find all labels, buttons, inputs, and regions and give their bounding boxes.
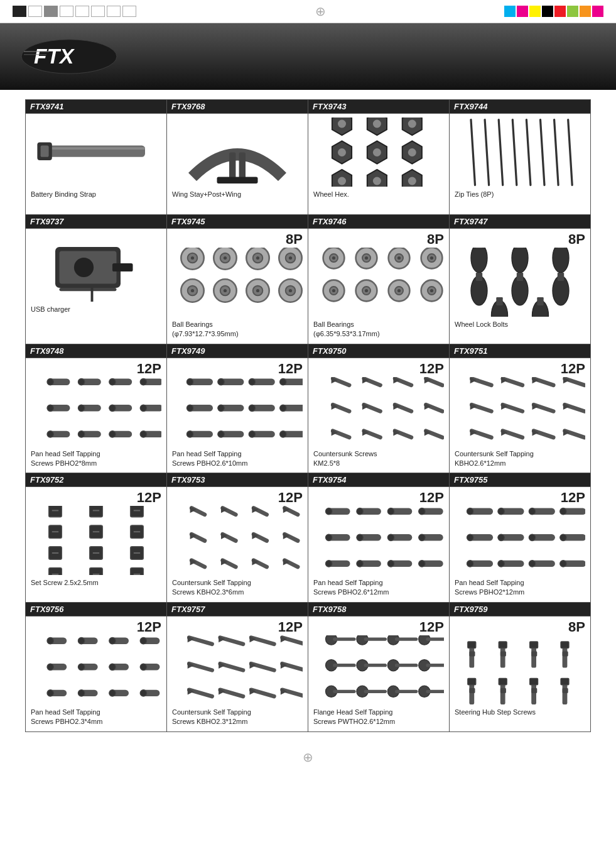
part-label-ftx9745: Ball Bearings(φ7.93*12.7*3.95mm) bbox=[172, 320, 303, 339]
svg-rect-388 bbox=[499, 678, 507, 684]
svg-rect-382 bbox=[561, 642, 569, 648]
svg-point-283 bbox=[560, 508, 566, 514]
svg-rect-107 bbox=[537, 297, 543, 305]
svg-point-131 bbox=[140, 431, 146, 437]
color-pink bbox=[592, 6, 603, 17]
svg-rect-8 bbox=[229, 152, 235, 181]
svg-line-35 bbox=[554, 119, 559, 185]
part-badge-ftx9755: 12P bbox=[455, 491, 585, 505]
part-badge-ftx9759: 8P bbox=[455, 620, 585, 634]
part-image-ftx9747 bbox=[455, 248, 585, 317]
part-label-ftx9758: Flange Head Self TappingScrews PWTHO2.6*… bbox=[313, 708, 444, 726]
svg-point-133 bbox=[186, 379, 193, 385]
part-image-ftx9759 bbox=[455, 635, 585, 704]
part-label-ftx9759: Steering Hub Step Screws bbox=[455, 708, 585, 717]
svg-point-113 bbox=[109, 379, 116, 385]
part-cell-ftx9753: 12P Countersunk Self TappingScrews KBHO2… bbox=[167, 487, 308, 602]
part-image-ftx9748 bbox=[31, 377, 161, 446]
svg-point-317 bbox=[47, 689, 53, 696]
top-strip-left bbox=[13, 6, 136, 17]
part-image-ftx9751 bbox=[455, 377, 585, 446]
svg-point-12 bbox=[338, 119, 346, 128]
part-badge-ftx9746: 8P bbox=[313, 233, 444, 246]
part-image-ftx9737 bbox=[31, 233, 161, 302]
svg-point-143 bbox=[218, 405, 224, 411]
svg-point-151 bbox=[218, 431, 224, 437]
part-id-ftx9744: FTX9744 bbox=[450, 100, 590, 113]
svg-point-76 bbox=[397, 256, 401, 259]
svg-rect-99 bbox=[476, 272, 482, 280]
part-id-ftx9746: FTX9746 bbox=[308, 215, 449, 228]
part-cell-ftx9737: USB charger bbox=[26, 229, 166, 329]
svg-point-279 bbox=[498, 508, 504, 514]
part-image-ftx9752 bbox=[31, 506, 161, 575]
part-label-ftx9746: Ball Bearings(φ6.35*9.53*3.17mm) bbox=[313, 320, 444, 339]
svg-point-64 bbox=[256, 288, 259, 292]
svg-point-24 bbox=[338, 177, 346, 185]
part-cell-ftx9759: 8P Stee bbox=[450, 616, 590, 722]
svg-point-291 bbox=[560, 534, 566, 540]
svg-text:FTX: FTX bbox=[34, 45, 75, 68]
svg-point-263 bbox=[357, 534, 363, 540]
svg-point-307 bbox=[140, 637, 146, 644]
svg-point-289 bbox=[529, 534, 535, 540]
part-label-ftx9744: Zip Ties (8P) bbox=[455, 190, 585, 199]
svg-line-31 bbox=[499, 119, 503, 185]
part-badge-ftx9756: 12P bbox=[31, 620, 161, 634]
ftx-logo: FTX bbox=[19, 35, 119, 79]
svg-rect-10 bbox=[217, 177, 258, 183]
part-label-ftx9749: Pan head Self TappingScrews PBHO2.6*10mm bbox=[172, 449, 303, 468]
svg-point-20 bbox=[373, 148, 381, 156]
svg-point-58 bbox=[191, 288, 194, 292]
part-label-ftx9754: Pan head Self TappingScrews PBHO2.6*12mm bbox=[313, 578, 444, 597]
part-image-ftx9754 bbox=[313, 506, 444, 575]
svg-point-147 bbox=[280, 405, 286, 411]
svg-point-127 bbox=[78, 431, 84, 437]
part-badge-ftx9747: 8P bbox=[455, 233, 585, 246]
part-label-ftx9751: Countersunk Self TappingKBHO2.6*12mm bbox=[455, 449, 585, 468]
part-cell-ftx9755: 12P Pan head Self TappingScrews PBHO2*12… bbox=[450, 487, 590, 602]
svg-rect-7 bbox=[41, 146, 49, 157]
svg-rect-395 bbox=[563, 688, 568, 693]
part-label-ftx9756: Pan head Self TappingScrews PBHO2.3*4mm bbox=[31, 708, 161, 726]
svg-rect-39 bbox=[112, 263, 133, 271]
gray-box-1 bbox=[44, 6, 58, 17]
part-image-ftx9758 bbox=[313, 635, 444, 704]
part-label-ftx9748: Pan head Self TappingScrews PBHO2*8mm bbox=[31, 449, 161, 468]
part-label-ftx9743: Wheel Hex. bbox=[313, 190, 444, 199]
page-wrapper: ⊕ FTX FTX9741FTX9768FTX9743FTX9744 bbox=[0, 0, 616, 849]
svg-point-145 bbox=[249, 405, 255, 411]
part-image-ftx9753 bbox=[172, 506, 303, 575]
part-cell-ftx9744: Zip Ties (8P) bbox=[450, 114, 590, 214]
part-badge-ftx9753: 12P bbox=[172, 491, 303, 505]
svg-point-139 bbox=[280, 379, 286, 385]
svg-point-61 bbox=[224, 288, 227, 292]
part-cell-ftx9748: 12P Pan head Self TappingScrews PBHO2*8m… bbox=[26, 358, 166, 473]
svg-point-96 bbox=[553, 248, 569, 272]
part-id-ftx9752: FTX9752 bbox=[26, 473, 166, 486]
part-badge-ftx9752: 12P bbox=[31, 491, 161, 505]
part-cell-ftx9758: 12P Flange Head Self TappingScrews PWTHO… bbox=[308, 616, 449, 731]
part-id-ftx9741: FTX9741 bbox=[26, 100, 166, 113]
svg-point-309 bbox=[47, 664, 53, 670]
part-cell-ftx9768: Wing Stay+Post+Wing bbox=[167, 114, 308, 214]
part-cell-ftx9743: Wheel Hex. bbox=[308, 114, 449, 214]
svg-point-155 bbox=[280, 431, 286, 437]
svg-point-14 bbox=[373, 119, 381, 128]
part-badge-ftx9751: 12P bbox=[455, 362, 585, 376]
part-cell-ftx9746: 8P bbox=[308, 229, 449, 344]
svg-rect-9 bbox=[239, 152, 246, 181]
svg-point-40 bbox=[74, 257, 94, 277]
main-content: FTX9741FTX9768FTX9743FTX9744 Battery Bin… bbox=[0, 90, 616, 745]
svg-rect-105 bbox=[496, 297, 502, 305]
color-boxes bbox=[504, 6, 603, 17]
part-label-ftx9747: Wheel Lock Bolts bbox=[455, 320, 585, 329]
bottom-strip: ⊕ bbox=[0, 745, 616, 770]
white-box-4 bbox=[91, 6, 105, 17]
svg-rect-386 bbox=[469, 688, 475, 693]
svg-point-111 bbox=[78, 379, 84, 385]
svg-point-255 bbox=[357, 508, 363, 514]
svg-point-88 bbox=[397, 288, 401, 292]
svg-rect-389 bbox=[500, 688, 506, 693]
top-center-symbol: ⊕ bbox=[136, 4, 504, 19]
